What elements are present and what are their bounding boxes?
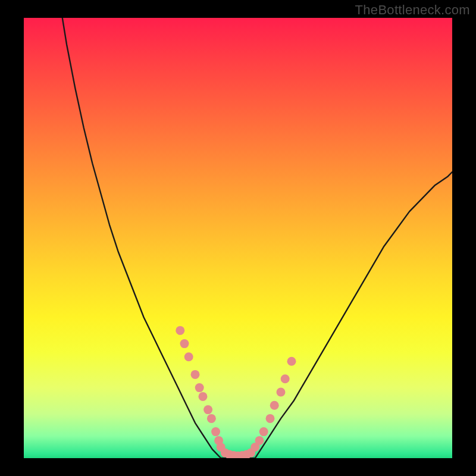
watermark-text: TheBottleneck.com — [355, 2, 470, 18]
marker-dot — [266, 414, 275, 423]
outer-frame: TheBottleneck.com — [0, 0, 476, 476]
marker-dot — [180, 339, 189, 348]
marker-dot — [195, 383, 204, 392]
marker-dot — [287, 357, 296, 366]
curve-markers — [176, 326, 296, 458]
curve-lines — [62, 18, 452, 458]
marker-dot — [191, 370, 200, 379]
marker-dot — [176, 326, 184, 335]
marker-dot — [259, 427, 268, 436]
marker-dot — [281, 374, 290, 383]
curve-svg — [24, 18, 452, 458]
marker-dot — [203, 405, 212, 414]
plot-area — [24, 18, 452, 458]
marker-dot — [198, 392, 207, 401]
bottleneck-curve — [62, 18, 452, 458]
marker-dot — [277, 388, 286, 397]
marker-dot — [270, 401, 279, 410]
marker-dot — [207, 414, 216, 423]
marker-dot — [211, 427, 220, 436]
marker-dot — [184, 352, 193, 361]
marker-dot — [255, 436, 264, 445]
